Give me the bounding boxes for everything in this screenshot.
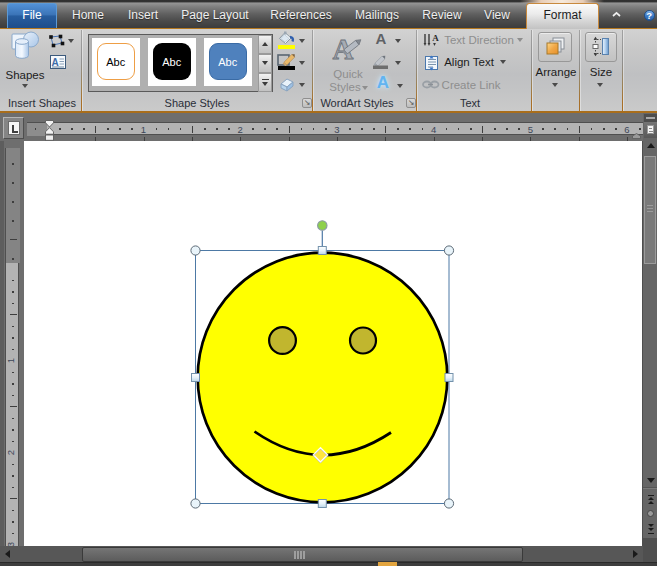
- svg-text:A: A: [432, 33, 439, 43]
- svg-text:A: A: [51, 57, 58, 68]
